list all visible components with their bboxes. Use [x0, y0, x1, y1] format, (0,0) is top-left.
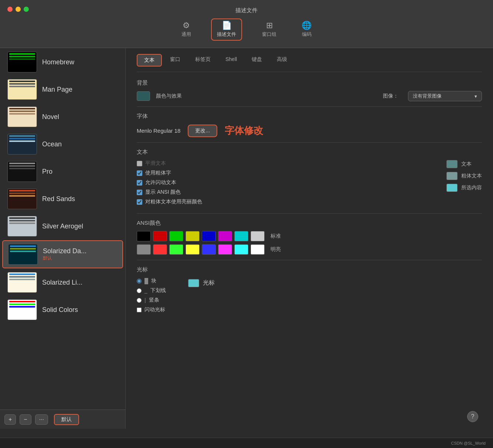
sidebar-item-silveraerogel[interactable]: Silver Aerogel	[2, 213, 123, 240]
ansi-bright-cell-6[interactable]	[234, 244, 248, 255]
divider-2	[137, 142, 482, 143]
ansi-standard-grid: 标准	[137, 231, 482, 241]
toolbar-item-windowgroups[interactable]: ⊞窗口组	[257, 19, 282, 40]
ansi-bright-cell-5[interactable]	[218, 244, 232, 255]
blink-text-checkbox[interactable]	[137, 180, 142, 186]
ansi-bright-cell-1[interactable]	[153, 244, 167, 255]
toolbar-item-encoding[interactable]: 🌐编码	[296, 19, 317, 40]
cursor-underline-radio[interactable]	[137, 288, 142, 293]
cursor-type-options: █ 块 _ 下划线 | 竖条 闪动光标	[137, 278, 166, 313]
tab-keyboard[interactable]: 键盘	[245, 54, 269, 67]
cursor-color-row: 光标	[188, 279, 215, 313]
general-icon: ⚙	[183, 21, 190, 30]
cursor-block-label: 块	[151, 278, 156, 284]
encoding-icon: 🌐	[302, 21, 312, 30]
sidebar-item-info-pro: Pro	[42, 168, 52, 176]
ansi-bright-cell-3[interactable]	[186, 244, 200, 255]
sidebar-item-solidcolors[interactable]: Solid Colors	[2, 296, 123, 323]
content-panel: 文本窗口标签页Shell键盘高级 背景 颜色与效果 图像： 没有背景图像 ▾ 字…	[126, 48, 493, 429]
sidebar-item-redsands[interactable]: Red Sands	[2, 186, 123, 212]
sidebar: Homebrew Man Page Novel Ocean	[0, 48, 126, 429]
window-title: 描述文件	[235, 7, 258, 14]
ansi-standard-cell-5[interactable]	[218, 231, 232, 241]
remove-profile-button[interactable]: −	[20, 414, 31, 425]
ansi-bright-cell-0[interactable]	[137, 244, 151, 255]
bold-color-label: 粗体文本	[461, 173, 482, 179]
background-section-label: 背景	[137, 79, 482, 86]
tab-tabpage[interactable]: 标签页	[188, 54, 217, 67]
sidebar-item-name-manpage: Man Page	[42, 86, 72, 94]
sidebar-item-pro[interactable]: Pro	[2, 158, 123, 185]
blink-text-label: 允许闪动文本	[145, 179, 176, 186]
sidebar-item-name-silveraerogel: Silver Aerogel	[42, 223, 83, 230]
selection-color-swatch[interactable]	[446, 184, 458, 192]
sidebar-item-ocean[interactable]: Ocean	[2, 131, 123, 157]
sidebar-item-name-solarizedlight: Solarized Li...	[42, 279, 82, 286]
tab-text[interactable]: 文本	[137, 54, 162, 67]
tab-advanced[interactable]: 高级	[270, 54, 294, 67]
sidebar-item-solarizeddark[interactable]: Solarized Da... 默认	[2, 240, 123, 268]
cursor-bar-radio[interactable]	[137, 298, 142, 303]
text-color-options: 文本 粗体文本 所选内容	[446, 160, 482, 208]
bright-bold-checkbox[interactable]	[137, 199, 142, 205]
ansi-bright-grid: 明亮	[137, 244, 482, 255]
default-button[interactable]: 默认	[54, 414, 79, 425]
cursor-blink-checkbox[interactable]	[137, 308, 142, 312]
sidebar-thumb-solarizedlight	[7, 272, 37, 293]
sidebar-item-novel[interactable]: Novel	[2, 103, 123, 130]
sidebar-thumb-pro	[7, 161, 37, 182]
bold-color-swatch[interactable]	[446, 172, 458, 180]
sidebar-thumb-redsands	[7, 189, 37, 209]
sidebar-item-name-homebrew: Homebrew	[42, 58, 74, 66]
toolbar-item-profiles[interactable]: 📄描述文件	[211, 18, 242, 41]
bright-bold-row: 对粗体文本使用亮丽颜色	[137, 198, 432, 205]
add-profile-button[interactable]: +	[4, 414, 16, 425]
ansi-standard-cell-3[interactable]	[186, 231, 200, 241]
sidebar-item-info-manpage: Man Page	[42, 86, 72, 94]
cursor-underline-label: 下划线	[150, 287, 166, 294]
status-text: CSDN @SL_World	[451, 441, 486, 445]
toolbar-item-general[interactable]: ⚙通用	[176, 19, 196, 40]
tab-shell[interactable]: Shell	[219, 54, 244, 67]
bold-text-checkbox[interactable]	[137, 170, 142, 176]
ansi-standard-cell-1[interactable]	[153, 231, 167, 241]
bg-image-select[interactable]: 没有背景图像 ▾	[408, 91, 482, 101]
ansi-colors-row: 显示 ANSI 颜色	[137, 189, 432, 196]
sidebar-item-homebrew[interactable]: Homebrew	[2, 49, 123, 75]
sidebar-item-name-novel: Novel	[42, 113, 59, 121]
minimize-button[interactable]	[16, 7, 21, 12]
cursor-color-swatch[interactable]	[188, 279, 199, 287]
sidebar-item-info-ocean: Ocean	[42, 140, 62, 148]
cursor-block-radio[interactable]	[137, 279, 142, 284]
cursor-section-label: 光标	[137, 266, 482, 273]
ansi-standard-label: 标准	[271, 233, 482, 240]
close-button[interactable]	[7, 7, 13, 12]
ansi-standard-cell-7[interactable]	[251, 231, 265, 241]
smooth-text-checkbox[interactable]	[137, 161, 142, 166]
cursor-blink-row: 闪动光标	[137, 306, 166, 313]
font-row: Menlo Regular 18 更改... 字体修改	[137, 124, 482, 137]
maximize-button[interactable]	[24, 7, 29, 12]
ansi-standard-cell-2[interactable]	[169, 231, 183, 241]
more-options-button[interactable]: ···	[35, 414, 48, 425]
ansi-standard-cell-0[interactable]	[137, 231, 151, 241]
ansi-standard-cell-4[interactable]	[202, 231, 216, 241]
sidebar-item-info-homebrew: Homebrew	[42, 58, 74, 66]
tab-window[interactable]: 窗口	[163, 54, 187, 67]
change-font-button[interactable]: 更改...	[188, 125, 217, 137]
help-button[interactable]: ?	[467, 411, 478, 422]
ansi-bright-cell-7[interactable]	[251, 244, 265, 255]
background-row: 颜色与效果 图像： 没有背景图像 ▾	[137, 91, 482, 101]
sidebar-item-manpage[interactable]: Man Page	[2, 76, 123, 103]
font-section-label: 字体	[137, 113, 482, 120]
sidebar-item-solarizedlight[interactable]: Solarized Li...	[2, 269, 123, 296]
sidebar-item-name-pro: Pro	[42, 168, 52, 176]
sidebar-item-name-ocean: Ocean	[42, 140, 62, 148]
ansi-standard-cell-6[interactable]	[234, 231, 248, 241]
divider-3	[137, 213, 482, 214]
ansi-colors-checkbox[interactable]	[137, 190, 142, 195]
text-color-swatch[interactable]	[446, 160, 458, 168]
bg-color-swatch[interactable]	[137, 91, 150, 101]
ansi-bright-cell-2[interactable]	[169, 244, 183, 255]
ansi-bright-cell-4[interactable]	[202, 244, 216, 255]
